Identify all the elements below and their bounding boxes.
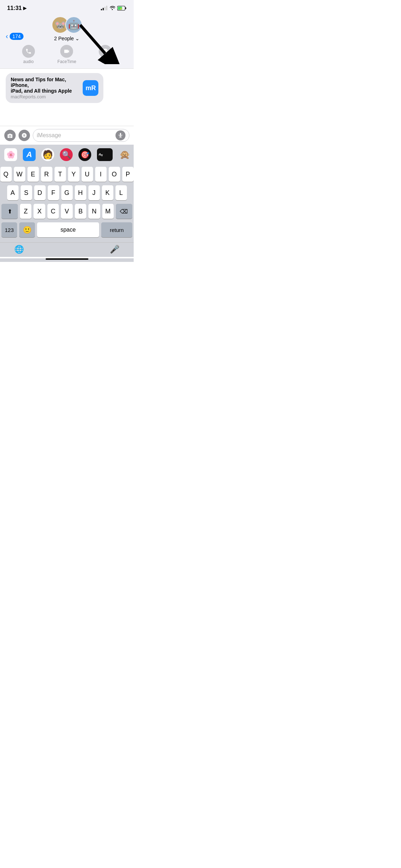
key-m[interactable]: M — [102, 204, 114, 219]
key-s[interactable]: S — [21, 185, 32, 200]
input-placeholder: iMessage — [37, 132, 61, 139]
mic-icon[interactable] — [115, 130, 125, 140]
key-p[interactable]: P — [122, 167, 134, 182]
key-d[interactable]: D — [34, 185, 46, 200]
shift-key[interactable]: ⬆ — [1, 204, 18, 219]
message-text-line2: iPad, and All things Apple — [11, 88, 72, 94]
key-n[interactable]: N — [88, 204, 100, 219]
keyboard: Q W E R T Y U I O P A S D F G H J K L ⬆ … — [0, 165, 134, 242]
key-e[interactable]: E — [27, 167, 39, 182]
time-label: 11:31 — [7, 5, 22, 11]
memoji-app-icon[interactable]: 🧑 — [41, 148, 54, 161]
key-l[interactable]: L — [115, 185, 127, 200]
action-row: audio FaceTime info — [0, 41, 134, 64]
home-indicator — [46, 258, 88, 260]
signal-icon — [101, 6, 107, 10]
wifi-icon — [109, 5, 115, 11]
status-bar: 11:31 ▶ ⚡ — [0, 0, 134, 14]
app-strip: 🌸 A 🧑 🔍 🎯 Pay 🙊 — [0, 145, 134, 165]
key-t[interactable]: T — [55, 167, 66, 182]
info-icon — [99, 45, 112, 58]
key-j[interactable]: J — [88, 185, 100, 200]
globe-icon[interactable]: 🌐 — [14, 245, 24, 254]
home-indicator-container — [0, 258, 134, 262]
messages-area: News and Tips for Mac, iPhone, iPad, and… — [0, 69, 134, 126]
key-o[interactable]: O — [109, 167, 120, 182]
audio-icon — [22, 45, 35, 58]
message-bubble: News and Tips for Mac, iPhone, iPad, and… — [6, 73, 103, 103]
facetime-label: FaceTime — [57, 59, 76, 64]
facetime-icon — [60, 45, 73, 58]
info-label: info — [102, 59, 109, 64]
key-u[interactable]: U — [82, 167, 93, 182]
location-icon: ▶ — [23, 6, 26, 11]
emoji-key[interactable]: 🙂 — [19, 222, 35, 237]
chevron-down-icon: ⌄ — [75, 36, 79, 41]
avatars-row: 🐭 🤖 — [52, 16, 82, 33]
message-input[interactable]: iMessage — [33, 129, 129, 142]
svg-rect-6 — [120, 133, 121, 136]
battery-icon: ⚡ — [117, 6, 127, 11]
key-i[interactable]: I — [95, 167, 107, 182]
input-bar: iMessage — [0, 126, 134, 145]
key-f[interactable]: F — [48, 185, 59, 200]
keyboard-row-4: 123 🙂 space return — [1, 222, 132, 237]
back-button[interactable]: ‹ 174 — [6, 32, 24, 40]
search-app-icon[interactable]: 🔍 — [60, 148, 73, 161]
bottom-bar: 🌐 🎤 — [0, 242, 134, 257]
conversation-header: ‹ 174 🐭 🤖 2 People ⌄ audio — [0, 14, 134, 69]
applepay-icon[interactable]: Pay — [97, 148, 113, 161]
key-q[interactable]: Q — [0, 167, 12, 182]
status-time: 11:31 ▶ — [7, 5, 26, 11]
apps-button[interactable] — [19, 130, 30, 141]
audio-label: audio — [23, 59, 34, 64]
mr-icon: mR — [83, 80, 98, 96]
return-key[interactable]: return — [101, 222, 132, 237]
facetime-button[interactable]: FaceTime — [57, 45, 76, 64]
svg-text:⚡: ⚡ — [119, 7, 123, 10]
appstore-app-icon[interactable]: A — [23, 148, 36, 161]
back-chevron-icon: ‹ — [6, 32, 8, 40]
svg-rect-2 — [125, 7, 127, 9]
keyboard-row-2: A S D F G H J K L — [1, 185, 132, 200]
photos-app-icon[interactable]: 🌸 — [4, 148, 17, 161]
key-y[interactable]: Y — [68, 167, 79, 182]
space-key[interactable]: space — [37, 222, 99, 237]
svg-text:Pay: Pay — [99, 154, 103, 156]
monkey-icon[interactable]: 🙊 — [118, 148, 131, 161]
group-name[interactable]: 2 People ⌄ — [54, 36, 79, 41]
back-badge[interactable]: 174 — [10, 33, 24, 40]
mic-bottom-icon[interactable]: 🎤 — [110, 245, 119, 254]
key-c[interactable]: C — [47, 204, 59, 219]
avatar-2: 🤖 — [65, 16, 82, 33]
key-r[interactable]: R — [41, 167, 52, 182]
message-content: News and Tips for Mac, iPhone, iPad, and… — [11, 77, 79, 99]
keyboard-row-1: Q W E R T Y U I O P — [1, 167, 132, 182]
status-icons: ⚡ — [101, 5, 127, 11]
key-w[interactable]: W — [14, 167, 25, 182]
info-button[interactable]: info — [99, 45, 112, 64]
group-name-label: 2 People — [54, 36, 74, 41]
key-a[interactable]: A — [7, 185, 19, 200]
message-text-line1: News and Tips for Mac, iPhone, — [11, 77, 66, 88]
key-k[interactable]: K — [102, 185, 113, 200]
audio-button[interactable]: audio — [22, 45, 35, 64]
numbers-key[interactable]: 123 — [1, 222, 17, 237]
activity-app-icon[interactable]: 🎯 — [78, 148, 91, 161]
key-b[interactable]: B — [75, 204, 86, 219]
message-url: macReports.com — [11, 94, 46, 99]
keyboard-row-3: ⬆ Z X C V B N M ⌫ — [1, 204, 132, 219]
backspace-key[interactable]: ⌫ — [116, 204, 132, 219]
camera-button[interactable] — [4, 130, 16, 141]
key-x[interactable]: X — [34, 204, 45, 219]
key-h[interactable]: H — [75, 185, 86, 200]
key-v[interactable]: V — [61, 204, 72, 219]
key-z[interactable]: Z — [20, 204, 31, 219]
key-g[interactable]: G — [61, 185, 73, 200]
